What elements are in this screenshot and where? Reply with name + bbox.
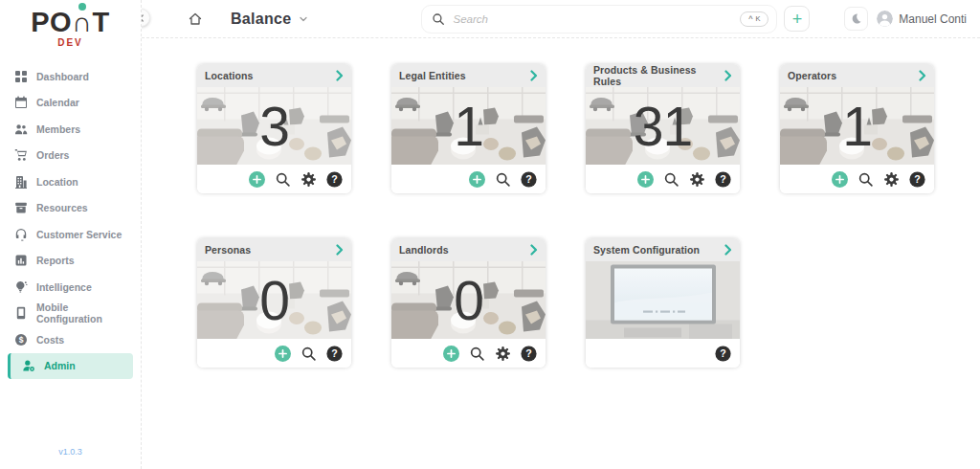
page-title-dropdown[interactable] [299,14,308,24]
help-button[interactable]: ? [521,171,537,188]
settings-gear-button[interactable] [301,171,317,188]
card-title: Personas [205,244,251,256]
search-button[interactable] [301,346,317,362]
card-operators[interactable]: Operators 1 ? [780,64,934,193]
add-button[interactable] [469,171,485,188]
home-button[interactable] [188,11,203,27]
sidebar-item-label: Dashboard [36,71,89,82]
sidebar-item-resources[interactable]: Resources [0,195,133,222]
svg-text:$: $ [19,335,24,345]
help-button[interactable]: ? [326,346,343,362]
building-icon [14,175,28,189]
search-bar[interactable]: ^K [421,5,777,34]
card-count: 0 [391,261,546,339]
search-button[interactable] [663,171,679,188]
add-button[interactable] [832,171,848,188]
sidebar: PO∩T DEV Dashboard Calendar Members Orde… [0,0,142,469]
chevron-right-icon[interactable] [336,244,344,256]
bar-chart-icon [14,254,28,267]
keyboard-shortcut-badge: ^K [740,11,768,27]
sidebar-item-mobile-configuration[interactable]: Mobile Configuration [0,301,133,327]
members-icon [14,123,28,136]
sidebar-item-orders[interactable]: Orders [0,143,133,169]
chevron-right-icon[interactable] [724,244,732,256]
sidebar-item-reports[interactable]: Reports [0,248,133,275]
cart-icon [14,148,28,162]
card-image: 1 [780,87,934,165]
card-title: Products & Business Rules [593,64,724,87]
card-system-configuration[interactable]: System Configuration ? [586,238,740,368]
card-count: 31 [586,87,740,165]
sidebar-item-label: Location [36,176,78,188]
avatar[interactable] [877,11,893,27]
settings-gear-button[interactable] [689,171,705,188]
global-add-button[interactable]: + [784,6,810,32]
help-button[interactable]: ? [326,171,343,188]
sidebar-item-label: Customer Service [36,229,122,240]
card-landlords[interactable]: Landlords 0 ? [391,238,546,368]
settings-gear-button[interactable] [883,171,900,188]
sidebar-item-customer-service[interactable]: Customer Service [0,221,133,248]
chevron-right-icon[interactable] [919,70,926,81]
card-products-business-rules[interactable]: Products & Business Rules 31 ? [586,64,740,193]
chevron-right-icon[interactable] [530,244,538,256]
moon-icon [850,12,862,25]
help-button[interactable]: ? [909,171,925,188]
sidebar-nav: Dashboard Calendar Members Orders Locati… [0,63,141,379]
logo-text: PO∩T [0,8,141,36]
app-logo: PO∩T DEV [0,0,141,48]
card-legal-entities[interactable]: Legal Entities 1 ? [391,64,546,193]
sidebar-item-label: Costs [36,334,64,346]
card-count: 1 [391,87,546,165]
chevron-right-icon[interactable] [336,70,344,81]
card-header: Personas [197,238,351,261]
svg-text:?: ? [525,347,531,359]
main-content: Locations 3 ? Legal Entities [143,39,980,469]
card-header: Products & Business Rules [586,64,740,87]
search-button[interactable] [275,171,291,188]
search-button[interactable] [469,346,485,362]
sidebar-item-calendar[interactable]: Calendar [0,90,133,117]
add-button[interactable] [443,346,459,362]
card-header: System Configuration [586,238,740,261]
smartphone-icon [14,306,28,320]
card-personas[interactable]: Personas 0 ? [197,238,351,368]
search-button[interactable] [858,171,874,188]
help-button[interactable]: ? [521,346,537,362]
dark-mode-toggle[interactable] [844,7,868,31]
card-footer: ? [586,339,740,368]
sidebar-item-intelligence[interactable]: Intelligence [0,274,133,301]
sidebar-item-label: Orders [36,149,69,161]
help-button[interactable]: ? [715,346,731,362]
sidebar-item-admin[interactable]: Admin [8,353,133,380]
search-input[interactable] [453,13,740,25]
card-footer: ? [391,339,546,368]
cards-row-2: Personas 0 ? Landlords [143,238,980,368]
search-button[interactable] [495,171,511,188]
settings-gear-button[interactable] [495,346,511,362]
sidebar-item-location[interactable]: Location [0,168,133,195]
sidebar-item-label: Reports [36,255,75,266]
card-count: 1 [780,87,934,165]
dashboard-icon [14,70,28,83]
card-title: Locations [205,70,254,81]
chevron-right-icon[interactable] [530,70,538,81]
add-button[interactable] [249,171,265,188]
card-locations[interactable]: Locations 3 ? [197,64,351,193]
sidebar-item-dashboard[interactable]: Dashboard [0,63,133,90]
sidebar-item-costs[interactable]: $ Costs [0,326,133,353]
help-button[interactable]: ? [715,171,731,188]
card-image: 1 [391,87,546,165]
chevron-right-icon[interactable] [724,70,732,81]
svg-text:?: ? [331,347,337,359]
page-title[interactable]: Balance [231,11,291,28]
sidebar-item-members[interactable]: Members [0,116,133,143]
user-name[interactable]: Manuel Conti [899,12,967,26]
card-count: 3 [197,87,351,165]
sidebar-item-label: Admin [44,360,76,371]
add-button[interactable] [275,346,291,362]
dollar-circle-icon: $ [14,333,28,346]
card-header: Operators [780,64,934,87]
add-button[interactable] [637,171,654,188]
card-header: Legal Entities [391,64,546,87]
